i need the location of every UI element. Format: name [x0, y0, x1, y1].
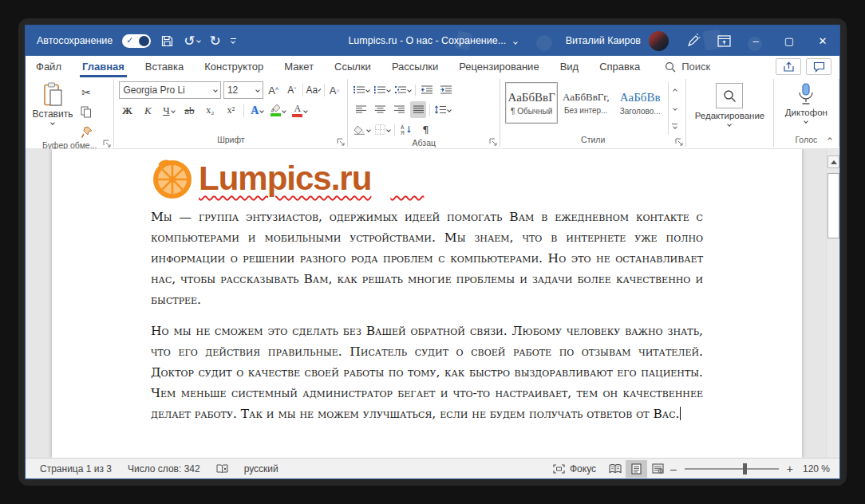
save-button[interactable]	[160, 34, 174, 48]
shading-button[interactable]	[353, 121, 371, 138]
paragraph-dialog-launcher[interactable]	[489, 138, 497, 146]
editing-button[interactable]: Редактирование	[691, 81, 768, 135]
ink-pen-button[interactable]	[678, 26, 709, 56]
font-size-combobox[interactable]: 12	[223, 81, 263, 99]
redo-button[interactable]: ↻	[210, 33, 221, 49]
comments-button[interactable]	[806, 58, 831, 75]
paragraph-2[interactable]: Но мы не сможем это сделать без Вашей об…	[151, 321, 703, 424]
align-center-button[interactable]	[372, 101, 388, 118]
zoom-out-button[interactable]: –	[669, 463, 678, 475]
search-input[interactable]: Поиск	[665, 61, 710, 73]
tab-view[interactable]: Вид	[550, 56, 590, 77]
tab-references[interactable]: Ссылки	[324, 56, 381, 77]
align-right-button[interactable]	[391, 101, 407, 118]
increase-indent-button[interactable]	[438, 81, 454, 98]
numbering-button[interactable]	[373, 81, 391, 98]
superscript-button[interactable]: x²	[223, 102, 239, 119]
tab-design[interactable]: Конструктор	[194, 56, 274, 77]
tab-review[interactable]: Рецензирование	[448, 56, 549, 77]
shrink-font-button[interactable]: Aˇ	[284, 82, 300, 99]
word-count[interactable]: Число слов: 342	[120, 463, 208, 474]
customize-qat-button[interactable]	[231, 38, 236, 43]
tab-file[interactable]: Файл	[26, 56, 72, 77]
share-button[interactable]	[776, 58, 801, 75]
strikethrough-button[interactable]: ab	[181, 102, 197, 119]
avatar[interactable]	[649, 31, 669, 51]
page-indicator[interactable]: Страница 1 из 3	[32, 463, 120, 474]
cut-button[interactable]: ✂	[78, 84, 94, 100]
style-heading1[interactable]: АаБбВв Заголово...	[614, 82, 666, 124]
tab-insert[interactable]: Вставка	[135, 56, 194, 77]
tab-help[interactable]: Справка	[589, 56, 650, 77]
clear-formatting-button[interactable]: A ▫	[326, 82, 342, 99]
web-layout-button[interactable]	[647, 460, 669, 478]
decrease-indent-button[interactable]	[419, 81, 435, 98]
focus-mode-button[interactable]: Фокус	[545, 463, 604, 474]
scrollbar-thumb[interactable]	[827, 173, 839, 238]
styles-dialog-launcher[interactable]	[675, 138, 683, 146]
collapse-ribbon-button[interactable]	[828, 130, 831, 144]
subscript-button[interactable]: x₂	[202, 102, 218, 119]
highlight-button[interactable]	[270, 102, 286, 119]
print-layout-button[interactable]	[626, 460, 647, 478]
font-color-button[interactable]: А	[291, 102, 308, 119]
web-layout-icon	[652, 463, 664, 474]
paste-button[interactable]: Вставить	[30, 81, 75, 140]
font-name-combobox[interactable]: Georgia Pro Li	[119, 81, 221, 99]
autosave-toggle[interactable]: ✓	[122, 34, 151, 48]
borders-button[interactable]	[374, 121, 391, 138]
styles-scroll-up-button[interactable]	[669, 82, 681, 100]
proofing-status[interactable]	[208, 463, 236, 474]
dictate-button[interactable]: Диктофон	[779, 81, 834, 135]
print-layout-icon	[631, 463, 642, 474]
document-area[interactable]: Lumpics.ru xx Мы — группа энтузиастов, о…	[26, 149, 839, 458]
scroll-up-button[interactable]	[827, 156, 839, 168]
format-painter-button[interactable]	[78, 124, 94, 140]
search-icon	[665, 61, 676, 73]
text-effects-button[interactable]: А	[249, 102, 265, 119]
vertical-scrollbar[interactable]	[826, 149, 839, 458]
style-no-spacing[interactable]: АаБбВвГг, Без интер...	[559, 82, 612, 124]
bullets-button[interactable]	[353, 81, 370, 98]
style-normal[interactable]: АаБбВвГ ¶ Обычный	[505, 82, 558, 124]
bold-button[interactable]: Ж	[119, 102, 135, 119]
paste-label: Вставить	[33, 108, 73, 120]
zoom-slider[interactable]	[685, 468, 779, 470]
close-button[interactable]: ✕	[806, 26, 839, 56]
align-right-icon	[394, 105, 405, 114]
line-spacing-button[interactable]	[433, 101, 452, 118]
justify-button[interactable]	[410, 101, 426, 118]
chevron-down-icon	[260, 108, 265, 113]
align-left-button[interactable]	[353, 101, 369, 118]
clipboard-dialog-launcher[interactable]	[103, 140, 111, 148]
zoom-level[interactable]: 120 %	[795, 463, 833, 474]
show-paragraph-marks-button[interactable]: ¶	[417, 121, 433, 138]
user-name[interactable]: Виталий Каиров	[566, 35, 641, 46]
minimize-button[interactable]: –	[739, 26, 772, 56]
tab-layout[interactable]: Макет	[274, 56, 324, 77]
sort-button[interactable]: А Я	[398, 121, 414, 138]
ribbon-display-options-button[interactable]	[709, 26, 739, 56]
chevron-down-icon	[367, 128, 372, 132]
styles-scroll-down-button[interactable]	[669, 100, 681, 117]
style-preview: АаБбВвГг,	[563, 91, 610, 104]
maximize-button[interactable]: ▢	[772, 26, 806, 56]
styles-gallery-more-button[interactable]	[669, 117, 681, 135]
zoom-in-button[interactable]: +	[785, 463, 795, 475]
font-dialog-launcher[interactable]	[337, 138, 345, 146]
italic-button[interactable]: К	[140, 102, 156, 119]
read-mode-button[interactable]	[604, 460, 626, 478]
grow-font-button[interactable]: A^	[266, 82, 282, 99]
undo-button[interactable]: ↺	[184, 33, 199, 49]
language-indicator[interactable]: русский	[236, 463, 286, 474]
multilevel-list-button[interactable]	[394, 81, 412, 98]
change-case-button[interactable]: Aa	[306, 82, 322, 99]
underline-button[interactable]: Ч	[160, 102, 176, 119]
tab-home[interactable]: Главная	[72, 56, 135, 77]
paragraph-1[interactable]: Мы — группа энтузиастов, одержимых идеей…	[151, 207, 703, 310]
zoom-slider-thumb[interactable]	[743, 463, 747, 474]
document-page[interactable]: Lumpics.ru xx Мы — группа энтузиастов, о…	[52, 149, 802, 458]
copy-button[interactable]	[78, 104, 94, 120]
tab-mailings[interactable]: Рассылки	[381, 56, 448, 77]
magnifier-icon	[723, 89, 737, 103]
